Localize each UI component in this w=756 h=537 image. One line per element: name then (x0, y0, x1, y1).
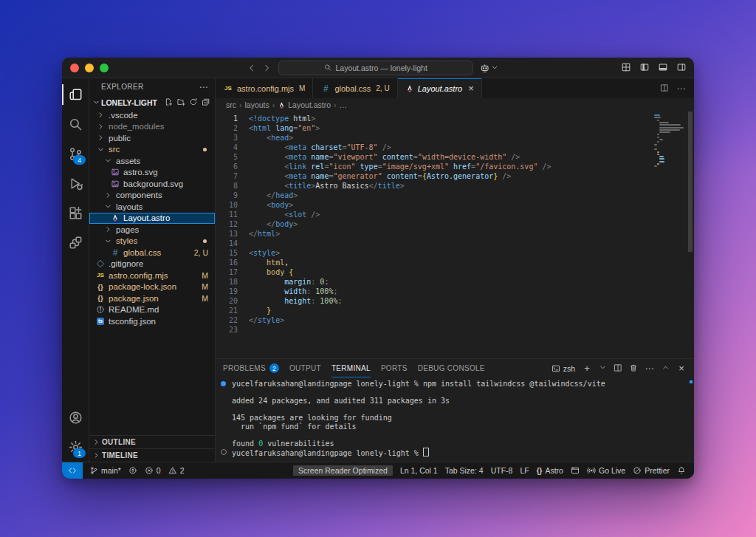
line-number: 7 (216, 171, 238, 181)
status-sync[interactable] (128, 466, 137, 475)
panel-tab-problems[interactable]: PROBLEMS2 (223, 359, 279, 377)
new-folder-button[interactable] (176, 98, 185, 108)
panel-more-actions-button[interactable]: ⋯ (645, 363, 655, 374)
split-editor-button[interactable] (660, 83, 669, 94)
tree-item-styles[interactable]: styles (89, 236, 215, 247)
tree-item-readme-md[interactable]: README.md (89, 304, 215, 316)
editor-scrollbar[interactable] (687, 112, 694, 358)
terminal-dropdown-button[interactable] (599, 363, 607, 373)
status-screen-reader-optimized[interactable]: Screen Reader Optimized (293, 465, 393, 476)
minimize-window-button[interactable] (85, 64, 94, 72)
activity-item-settings[interactable]: 1 (62, 432, 89, 462)
zoom-window-button[interactable] (100, 64, 109, 72)
tree-item-package-lock-json[interactable]: {}package-lock.jsonM (89, 281, 215, 293)
toggle-panel-bottom-button[interactable] (658, 62, 668, 74)
tree-item-assets[interactable]: assets (89, 155, 215, 167)
tree-item-public[interactable]: public (89, 132, 215, 144)
shell-selector[interactable]: zsh (551, 364, 575, 373)
refresh-explorer-button[interactable] (189, 98, 198, 108)
status-bell[interactable] (677, 466, 686, 475)
status-lf[interactable]: LF (520, 466, 529, 475)
activity-item-explorer[interactable] (62, 80, 89, 109)
minimap-line-mark (659, 122, 669, 123)
tree-item-layout-astro[interactable]: Layout.astro (89, 213, 215, 225)
toggle-panel-left-button[interactable] (639, 62, 650, 74)
status-utf-8[interactable]: UTF-8 (491, 466, 513, 475)
new-file-button[interactable] (164, 98, 173, 108)
status-browser[interactable] (571, 466, 580, 475)
editor-more-actions-button[interactable]: ⋯ (676, 83, 687, 94)
line-number: 6 (216, 162, 238, 171)
terminal-line: yucelfaruksahan@landingpage lonely-light… (232, 448, 694, 458)
collapse-folders-button[interactable] (202, 98, 210, 108)
close-window-button[interactable] (70, 64, 79, 72)
navigate-back-button[interactable] (247, 64, 256, 72)
close-tab-icon[interactable]: × (468, 83, 474, 94)
project-root-row[interactable]: LONELY-LIGHT (89, 95, 215, 109)
status-main[interactable]: main* (89, 466, 121, 475)
split-terminal-button[interactable] (614, 363, 622, 374)
section-timeline[interactable]: TIMELINE (89, 448, 215, 462)
tree-item-layouts[interactable]: layouts (89, 201, 215, 213)
copilot-menu[interactable] (480, 63, 499, 73)
activity-item-search[interactable] (62, 109, 89, 139)
minimap-line-mark (659, 158, 664, 160)
tree-item-global-css[interactable]: #global.css2, U (89, 247, 215, 259)
more-icon[interactable]: ⋯ (199, 82, 209, 92)
command-center-search[interactable]: Layout.astro — lonely-light (278, 61, 473, 75)
minimap[interactable] (653, 112, 687, 358)
breadcrumb-item-src[interactable]: src (226, 100, 236, 109)
tree-item-vscode[interactable]: .vscode (89, 109, 215, 121)
tree-item-background-svg[interactable]: background.svg (89, 178, 215, 190)
customize-layout-button[interactable] (621, 62, 631, 74)
toggle-panel-right-button[interactable] (676, 62, 687, 74)
breadcrumb-item-layout-astro[interactable]: Layout.astro (278, 100, 331, 109)
status-ln-1-col-1[interactable]: Ln 1, Col 1 (400, 466, 438, 475)
kill-terminal-button[interactable] (629, 363, 638, 374)
tree-item-src[interactable]: src (89, 144, 215, 156)
modified-dot-badge (203, 148, 207, 151)
status-go-live[interactable]: Go Live (587, 466, 625, 475)
panel-tab-output[interactable]: OUTPUT (289, 359, 321, 377)
panel-tab-debug-console[interactable]: DEBUG CONSOLE (418, 359, 485, 377)
close-panel-button[interactable]: × (676, 363, 687, 374)
tab-layout-astro[interactable]: Layout.astro× (398, 78, 482, 98)
activity-item-account[interactable] (62, 403, 89, 432)
status-0[interactable]: 0 (145, 466, 161, 475)
editor-body[interactable]: 1<!doctype html>2<html lang="en">3 <head… (216, 112, 694, 358)
tree-item-package-json[interactable]: {}package.jsonM (89, 293, 215, 304)
breadcrumb-item-layouts[interactable]: layouts (245, 100, 269, 109)
status-tab-size-4[interactable]: Tab Size: 4 (445, 466, 484, 475)
section-label: TIMELINE (102, 451, 138, 459)
tree-item-components[interactable]: components (89, 190, 215, 202)
tab-astro-config-mjs[interactable]: JSastro.config.mjsM (216, 78, 313, 98)
activity-item-run-debug[interactable] (62, 168, 89, 198)
activity-item-remote-explorer[interactable] (62, 228, 89, 257)
tree-item-node-modules[interactable]: node_modules (89, 121, 215, 133)
tree-item-pages[interactable]: pages (89, 224, 215, 236)
breadcrumb-item-[interactable]: … (340, 100, 348, 109)
git-status-badge: M (202, 294, 215, 303)
tree-item-tsconfig-json[interactable]: tstsconfig.json (89, 315, 215, 327)
new-terminal-button[interactable]: + (582, 363, 592, 374)
scrollbar-thumb[interactable] (688, 112, 693, 252)
status-prettier[interactable]: Prettier (633, 466, 670, 475)
tree-item-gitignore[interactable]: .gitignore (89, 259, 215, 270)
remote-indicator[interactable] (62, 462, 83, 479)
terminal[interactable]: yucelfaruksahan@landingpage lonely-light… (216, 377, 694, 462)
tab-global-css[interactable]: #global.css2, U (313, 78, 397, 98)
panel-tab-terminal[interactable]: TERMINAL (331, 359, 371, 377)
tree-item-astro-config-mjs[interactable]: JSastro.config.mjsM (89, 270, 215, 281)
panel-tab-ports[interactable]: PORTS (381, 359, 408, 377)
tree-item-label: node_modules (109, 122, 164, 131)
activity-item-source-control[interactable]: 4 (62, 139, 89, 168)
status-2[interactable]: 2 (168, 466, 185, 475)
maximize-panel-button[interactable] (662, 363, 670, 373)
tree-item-astro-svg[interactable]: astro.svg (89, 167, 215, 179)
activity-item-extensions[interactable] (62, 198, 89, 228)
code-line: 19 width: 100%; (216, 287, 653, 296)
section-outline[interactable]: OUTLINE (89, 435, 215, 448)
code-editor[interactable]: 1<!doctype html>2<html lang="en">3 <head… (216, 112, 653, 358)
status-astro[interactable]: {}Astro (537, 465, 563, 476)
navigate-forward-button[interactable] (263, 64, 272, 72)
